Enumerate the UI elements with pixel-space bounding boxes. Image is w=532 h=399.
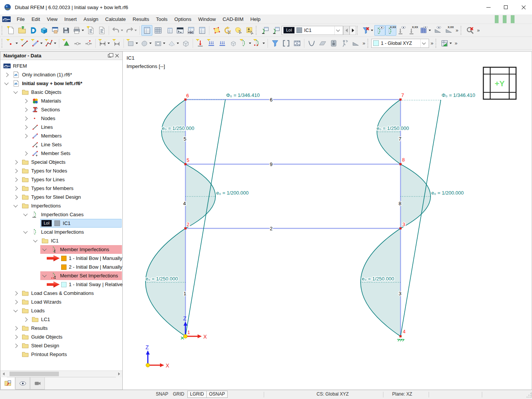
maximize-button[interactable] [497,0,515,14]
menu-tools[interactable]: Tools [152,15,171,23]
menu-options[interactable]: Options [171,15,195,23]
new-member-load-button[interactable] [206,38,217,49]
new-free-load-button[interactable] [228,38,239,49]
new-surface-dropdown[interactable] [136,43,138,44]
tree-item-lines[interactable]: Lines [0,123,122,131]
expand-chevron[interactable] [23,317,27,321]
new-member-button[interactable] [30,38,44,49]
script-console-button[interactable]: >SC [185,25,196,36]
dlubal-center-button[interactable] [27,25,38,36]
tree-item-types-for-steel-design[interactable]: Types for Steel Design [0,193,122,201]
animation-button[interactable] [291,38,302,49]
previous-case-button[interactable] [343,26,350,35]
toolbar-grip[interactable] [2,39,4,48]
tree-item-lc1[interactable]: LC1 [0,315,122,324]
navigator-close-button[interactable] [113,52,121,59]
tree-item-member-sets[interactable]: Member Sets [0,149,122,158]
expand-chevron[interactable] [13,300,17,304]
new-nodal-load-button[interactable] [195,38,206,49]
show-result-values-button[interactable]: X.XX [443,25,454,36]
menu-assign[interactable]: Assign [80,15,102,23]
expand-chevron[interactable] [13,335,17,339]
tables-button[interactable] [152,25,163,36]
menu-window[interactable]: Window [195,15,219,23]
zoom-in-out-button[interactable] [244,25,255,36]
save-button[interactable] [60,25,71,36]
new-model-button[interactable] [5,25,16,36]
zoom-region-button[interactable] [211,25,222,36]
toolbar-grip[interactable] [461,26,463,35]
tree-item-types-for-members[interactable]: Types for Members [0,184,122,193]
new-node-dropdown[interactable] [16,43,18,44]
visibility-filter-button[interactable] [269,38,280,49]
snap-toggle[interactable]: SNAP [156,391,168,397]
walk-through-button[interactable] [339,38,350,49]
tree-item-special-objects[interactable]: Special Objects [0,158,122,166]
undo-dropdown[interactable] [121,30,123,31]
show-load-values-button[interactable]: X.XX [407,25,418,36]
tree-item-model-only-inclination[interactable]: Only inclination (1).rf6* [0,70,122,79]
node-7-marker[interactable] [400,99,402,101]
toolbar-overflow-button[interactable]: » [453,40,459,46]
tab-display-navigator[interactable] [30,377,45,390]
navigator-float-button[interactable] [106,52,113,59]
scroll-left-button[interactable] [0,371,7,377]
new-solid-button[interactable] [139,38,153,49]
tree-item-ic1-folder[interactable]: IC1 [0,236,122,245]
menu-results[interactable]: Results [129,15,152,23]
new-line-hinge-button[interactable] [83,38,94,49]
collapse-chevron[interactable] [13,89,17,93]
new-polyline-button[interactable] [44,38,57,49]
toolbar-grip[interactable] [357,26,359,35]
result-tables-button[interactable] [196,25,207,36]
expand-chevron[interactable] [23,99,27,103]
set-imperfection-dropdown[interactable] [263,43,265,44]
redo-dropdown[interactable] [135,30,137,31]
tree-item-imperfections[interactable]: Imperfections [0,201,122,210]
coordinate-system-status[interactable]: CS: Global XYZ [317,391,349,397]
tree-item-sections[interactable]: Sections [0,105,122,114]
navigator-horizontal-scrollbar[interactable] [0,370,122,377]
new-line-button[interactable] [19,38,30,49]
tree-item-results[interactable]: Results [0,324,122,332]
toolbar-grip[interactable] [435,39,438,48]
expand-chevron[interactable] [23,108,27,112]
navigator-header[interactable]: Navigator - Data [0,52,122,60]
print-button[interactable] [71,25,85,36]
tree-item-basic-objects[interactable]: Basic Objects [0,88,122,97]
edit-imperfection-case-button[interactable] [271,25,282,36]
load-table-button[interactable] [418,25,432,36]
close-button[interactable] [515,0,532,14]
lgrid-toggle[interactable]: LGRID [187,391,207,398]
tree-item-initial-bow-1[interactable]: 1 - Initial Bow | Manually [0,254,122,263]
collapse-chevron[interactable] [13,308,17,312]
tree-item-printout-reports[interactable]: Printout Reports [0,350,122,359]
expand-chevron[interactable] [13,186,17,190]
printout-report-button[interactable] [96,25,107,36]
console-button[interactable] [174,25,185,36]
clipping-box-button[interactable] [280,38,291,49]
new-member-dropdown[interactable] [40,43,43,44]
tree-item-types-for-lines[interactable]: Types for Lines [0,175,122,184]
tab-views-navigator[interactable] [15,377,30,390]
dimension-dropdown[interactable] [108,43,110,44]
tab-data-navigator[interactable] [0,377,15,390]
undo-button[interactable] [111,25,124,36]
new-polyline-dropdown[interactable] [54,43,56,44]
tree-item-member-set-imperfections[interactable]: Member Set Imperfections [0,271,122,280]
show-loads-button[interactable] [396,25,407,36]
tree-item-rfem[interactable]: RFEM [0,62,122,70]
expand-chevron[interactable] [4,73,8,77]
tree-item-types-for-nodes[interactable]: Types for Nodes [0,166,122,175]
table-layout-button[interactable] [163,25,174,36]
tree-item-nodes[interactable]: Nodes [0,114,122,123]
new-printout-report-button[interactable] [85,25,96,36]
expand-chevron[interactable] [23,125,27,129]
work-plane-button[interactable] [350,38,361,49]
rendering-button[interactable] [328,38,339,49]
show-results-button[interactable] [432,25,443,36]
toolbar-overflow-button[interactable]: » [361,40,367,46]
expand-chevron[interactable] [13,291,17,295]
expand-chevron[interactable] [13,160,17,164]
new-dimension-xx-button[interactable] [111,38,122,49]
